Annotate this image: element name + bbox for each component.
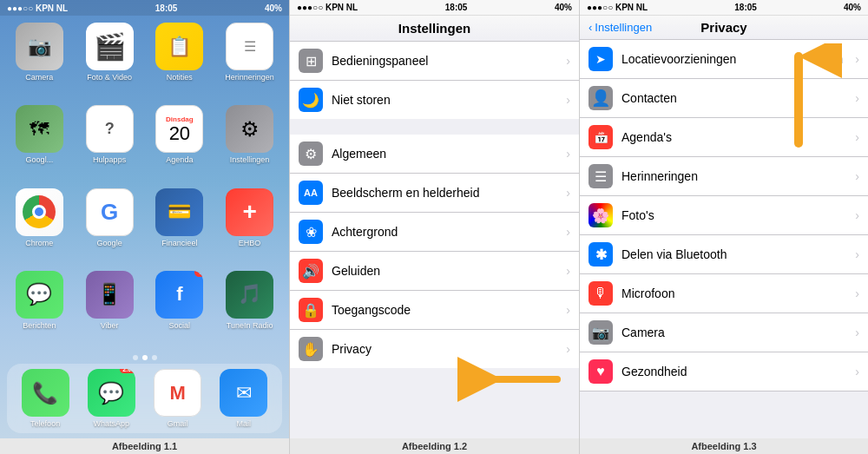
caption-panel1: Afbeelding 1.1 — [0, 438, 289, 454]
privacy-nav-header: ‹ Instellingen Privacy — [580, 16, 868, 40]
google-app-icon: G — [101, 199, 118, 226]
status-bar-panel2: ●●●○○ KPN NL 18:05 40% — [290, 0, 579, 16]
privacy-icon: ✋ — [299, 337, 323, 361]
dot-1 — [133, 355, 138, 360]
nietstoren-chevron: › — [566, 93, 570, 107]
app-instellingen[interactable]: ⚙ Instellingen — [219, 105, 280, 179]
bedieningspaneel-icon: ⊞ — [299, 49, 323, 73]
privacy-list: ➤ Locatievoorzieningen Aan › 👤 Contacten… — [580, 40, 868, 438]
whatsapp-icon: 💬 — [98, 381, 124, 405]
settings-list: ⊞ Bedieningspaneel › 🌙 Niet storen › ⚙ A… — [290, 42, 579, 438]
beeldscherm-label: Beeldscherm en helderheid — [332, 186, 557, 200]
microfoon-icon: 🎙 — [589, 281, 613, 306]
gmail-icon: M — [169, 382, 185, 405]
app-herinneringen[interactable]: ☰ Herinneringen — [219, 23, 280, 96]
app-viber-label: Viber — [101, 321, 119, 330]
back-button[interactable]: ‹ Instellingen — [589, 21, 652, 34]
dock-mail[interactable]: ✉ Mail — [214, 369, 273, 428]
privacy-item-locatie[interactable]: ➤ Locatievoorzieningen Aan › — [580, 40, 868, 79]
privacy-item-microfoon[interactable]: 🎙 Microfoon › — [580, 274, 868, 313]
achtergrond-chevron: › — [566, 225, 570, 239]
bluetooth-chevron: › — [855, 247, 859, 261]
app-agenda-label: Agenda — [166, 155, 193, 164]
privacy-item-gezondheid[interactable]: ♥ Gezondheid › — [580, 352, 868, 391]
toegangscode-icon: 🔒 — [299, 298, 323, 322]
battery-panel1: 40% — [265, 3, 282, 13]
caption-panel2: Afbeelding 1.2 — [290, 438, 579, 454]
dock-telefoon[interactable]: 📞 Telefoon — [16, 369, 75, 428]
privacy-item-bluetooth[interactable]: ✱ Delen via Bluetooth › — [580, 235, 868, 274]
carrier-panel3: ●●●○○ KPN NL — [587, 3, 648, 12]
privacy-item-fotos[interactable]: 🌸 Foto's › — [580, 196, 868, 235]
app-maps[interactable]: 🗺 Googl... — [9, 105, 70, 179]
app-fotos[interactable]: 🎬 Foto & Video — [79, 23, 141, 96]
app-tunein[interactable]: 🎵 TuneIn Radio — [219, 271, 280, 345]
dock-gmail[interactable]: M Gmail — [148, 369, 207, 428]
app-ehbo-label: EHBO — [239, 239, 261, 247]
app-fotos-label: Foto & Video — [87, 73, 132, 82]
hulpapps-app-icon: ? — [105, 120, 115, 138]
ehbo-app-icon: + — [242, 198, 256, 226]
app-google[interactable]: G Google — [79, 188, 141, 262]
locatie-value: Aan — [821, 52, 843, 66]
algemeen-chevron: › — [566, 147, 570, 161]
nietstoren-icon: 🌙 — [299, 88, 323, 112]
dock-whatsapp-label: WhatsApp — [94, 419, 130, 428]
locatie-label: Locatievoorzieningen — [621, 52, 812, 66]
privacy-item-contacten[interactable]: 👤 Contacten › — [580, 79, 868, 118]
app-berichten-label: Berichten — [23, 321, 56, 330]
app-maps-label: Googl... — [26, 155, 54, 164]
camera-chevron: › — [855, 326, 859, 339]
app-financieel[interactable]: 💳 Financieel — [149, 188, 211, 262]
locatie-chevron: › — [855, 52, 859, 66]
bluetooth-label: Delen via Bluetooth — [621, 247, 846, 261]
privacy-item-herinneringen[interactable]: ☰ Herinneringen › — [580, 157, 868, 196]
algemeen-label: Algemeen — [332, 147, 557, 161]
herinneringen-chevron: › — [855, 169, 859, 183]
app-berichten[interactable]: 💬 Berichten — [9, 271, 70, 345]
achtergrond-icon: ❀ — [299, 220, 323, 244]
settings-item-algemeen[interactable]: ⚙ Algemeen › — [290, 135, 579, 174]
settings-item-beeldscherm[interactable]: AA Beeldscherm en helderheid › — [290, 174, 579, 213]
dock-telefoon-label: Telefoon — [30, 419, 60, 428]
settings-item-toegangscode[interactable]: 🔒 Toegangscode › — [290, 291, 579, 330]
app-viber[interactable]: 📱 Viber — [79, 271, 141, 345]
settings-section-2: ⚙ Algemeen › AA Beeldscherm en helderhei… — [290, 135, 579, 368]
app-notities-label: Notities — [167, 73, 193, 82]
battery-panel3: 40% — [844, 3, 861, 12]
herinneringen-icon: ☰ — [589, 164, 613, 188]
app-social[interactable]: f 1 Social — [149, 271, 211, 345]
app-google-label: Google — [97, 239, 122, 247]
app-grid: 📷 Camera 🎬 Foto & Video 📋 Notities ☰ Her… — [0, 16, 289, 352]
herinneringen-app-icon: ☰ — [244, 38, 256, 55]
gezondheid-label: Gezondheid — [621, 365, 846, 378]
contacten-label: Contacten — [621, 91, 846, 105]
bedieningspaneel-chevron: › — [566, 54, 570, 68]
gezondheid-chevron: › — [855, 365, 859, 378]
settings-item-nietstoren[interactable]: 🌙 Niet storen › — [290, 81, 579, 119]
privacy-item-agendas[interactable]: 📅 Agenda's › — [580, 118, 868, 157]
app-hulpapps[interactable]: ? Hulpapps — [79, 105, 141, 179]
agendas-label: Agenda's — [621, 130, 846, 144]
algemeen-icon: ⚙ — [299, 141, 323, 166]
caption-panel3: Afbeelding 1.3 — [580, 438, 868, 454]
bluetooth-icon: ✱ — [589, 242, 613, 266]
settings-item-bedieningspaneel[interactable]: ⊞ Bedieningspaneel › — [290, 42, 579, 81]
time-panel3: 18:05 — [734, 3, 757, 12]
app-ehbo[interactable]: + EHBO — [219, 188, 280, 262]
privacy-item-camera[interactable]: 📷 Camera › — [580, 313, 868, 352]
mail-icon: ✉ — [236, 382, 252, 405]
settings-item-privacy[interactable]: ✋ Privacy › — [290, 330, 579, 368]
app-notities[interactable]: 📋 Notities — [149, 23, 211, 96]
geluiden-icon: 🔊 — [299, 259, 323, 283]
dock: 📞 Telefoon 💬 2.075 WhatsApp M Gmail ✉ Ma… — [7, 364, 282, 433]
app-chrome[interactable]: Chrome — [9, 188, 70, 262]
status-bar-panel1: ●●●○○ KPN NL 18:05 40% — [0, 0, 289, 16]
app-agenda[interactable]: Dinsdag 20 Agenda — [149, 105, 211, 179]
app-camera[interactable]: 📷 Camera — [9, 23, 70, 96]
app-instellingen-label: Instellingen — [230, 155, 270, 164]
dock-whatsapp[interactable]: 💬 2.075 WhatsApp — [82, 369, 141, 428]
settings-item-achtergrond[interactable]: ❀ Achtergrond › — [290, 213, 579, 252]
agendas-icon: 📅 — [589, 125, 613, 149]
settings-item-geluiden[interactable]: 🔊 Geluiden › — [290, 252, 579, 291]
